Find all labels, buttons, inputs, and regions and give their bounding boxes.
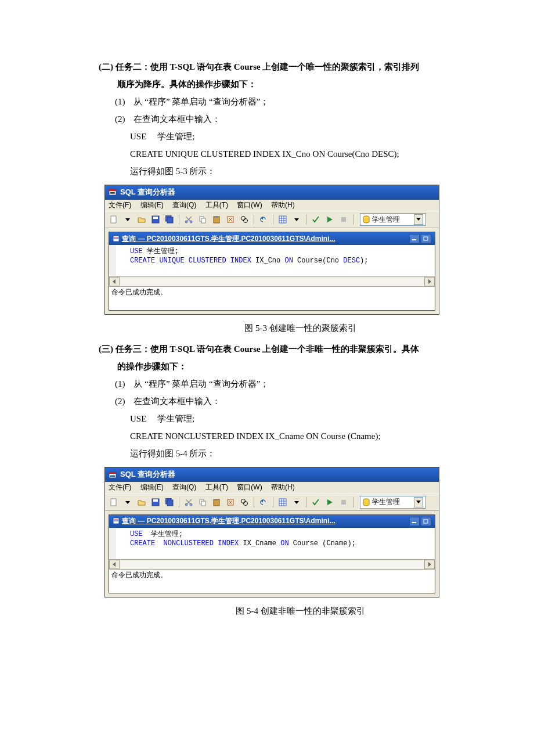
task2-code-line3: 运行得如图 5-3 所示： bbox=[130, 163, 502, 180]
check-icon[interactable] bbox=[309, 213, 322, 226]
svg-rect-13 bbox=[201, 218, 205, 223]
query-window: 查询 — PC2010030611GTS.学生管理.PC2010030611GT… bbox=[109, 232, 435, 311]
grid-icon[interactable] bbox=[276, 496, 289, 509]
new-icon[interactable] bbox=[107, 213, 120, 226]
app-icon bbox=[109, 188, 117, 196]
open-icon[interactable] bbox=[135, 496, 148, 509]
menu-file[interactable]: 文件(F) bbox=[109, 201, 131, 209]
horizontal-scrollbar[interactable] bbox=[109, 276, 435, 286]
svg-rect-15 bbox=[215, 216, 218, 218]
svg-rect-52 bbox=[215, 499, 218, 501]
menubar: 文件(F) 编辑(E) 查询(Q) 工具(T) 窗口(W) 帮助(H) bbox=[105, 482, 439, 494]
menu-file[interactable]: 文件(F) bbox=[109, 483, 131, 491]
copy-icon[interactable] bbox=[196, 213, 209, 226]
new-icon[interactable] bbox=[107, 496, 120, 509]
svg-rect-4 bbox=[111, 216, 116, 223]
save-icon[interactable] bbox=[149, 496, 162, 509]
database-selector[interactable]: 学生管理 bbox=[360, 496, 426, 509]
find-icon[interactable] bbox=[238, 213, 251, 226]
scroll-left-icon[interactable] bbox=[109, 560, 120, 569]
scroll-right-icon[interactable] bbox=[424, 277, 435, 286]
scroll-track[interactable] bbox=[120, 278, 424, 286]
menu-query[interactable]: 查询(Q) bbox=[172, 483, 196, 491]
toolbar-separator bbox=[273, 214, 273, 225]
scroll-right-icon[interactable] bbox=[424, 560, 435, 569]
menu-tools[interactable]: 工具(T) bbox=[205, 483, 228, 491]
figure-caption-5-4: 图 5-4 创建非唯一性的非聚簇索引 bbox=[99, 602, 502, 620]
minimize-button[interactable] bbox=[409, 517, 420, 526]
undo-icon[interactable] bbox=[257, 213, 270, 226]
maximize-button[interactable] bbox=[421, 234, 431, 243]
svg-marker-42 bbox=[125, 501, 130, 504]
menu-window[interactable]: 窗口(W) bbox=[237, 201, 262, 209]
clear-icon[interactable] bbox=[224, 213, 237, 226]
paste-icon[interactable] bbox=[210, 213, 223, 226]
svg-rect-1 bbox=[109, 189, 116, 191]
svg-rect-50 bbox=[201, 501, 205, 506]
sql-editor[interactable]: USE 学生管理; CREATE NONCLUSTERED INDEX IX_C… bbox=[109, 528, 435, 559]
cut-icon[interactable] bbox=[182, 213, 195, 226]
menu-help[interactable]: 帮助(H) bbox=[271, 201, 295, 209]
toolbar-separator bbox=[273, 497, 273, 507]
dropdown-arrow-icon[interactable] bbox=[290, 496, 303, 509]
task3-code-line2: CREATE NONCLUSTERED INDEX IX_Cname ON Co… bbox=[130, 427, 502, 445]
svg-marker-26 bbox=[327, 217, 333, 222]
svg-marker-36 bbox=[428, 279, 431, 284]
scroll-track[interactable] bbox=[120, 560, 424, 568]
menu-edit[interactable]: 编辑(E) bbox=[140, 201, 164, 209]
sql-editor[interactable]: USE 学生管理; CREATE UNIQUE CLUSTERED INDEX … bbox=[109, 245, 435, 276]
svg-rect-38 bbox=[109, 472, 116, 474]
menu-edit[interactable]: 编辑(E) bbox=[140, 483, 164, 491]
svg-point-54 bbox=[241, 499, 246, 503]
execute-icon[interactable] bbox=[323, 213, 336, 226]
menu-query[interactable]: 查询(Q) bbox=[172, 201, 196, 209]
copy-icon[interactable] bbox=[196, 496, 209, 509]
toolbar: 学生管理 bbox=[105, 494, 439, 511]
grid-icon[interactable] bbox=[276, 213, 289, 226]
toolbar-separator bbox=[306, 497, 306, 507]
title-text: SQL 查询分析器 bbox=[120, 470, 175, 480]
svg-rect-57 bbox=[279, 499, 286, 506]
svg-marker-35 bbox=[113, 279, 116, 284]
horizontal-scrollbar[interactable] bbox=[109, 559, 435, 569]
execute-icon[interactable] bbox=[323, 496, 336, 509]
toolbar-separator bbox=[179, 497, 179, 507]
database-selector[interactable]: 学生管理 bbox=[360, 213, 426, 226]
open-icon[interactable] bbox=[135, 213, 148, 226]
menubar: 文件(F) 编辑(E) 查询(Q) 工具(T) 窗口(W) 帮助(H) bbox=[105, 200, 439, 211]
svg-marker-63 bbox=[327, 499, 333, 505]
svg-rect-46 bbox=[167, 500, 173, 506]
stop-icon[interactable] bbox=[337, 496, 350, 509]
task2-code-line2: CREATE UNIQUE CLUSTERED INDEX IX_Cno ON … bbox=[130, 145, 502, 163]
sql-analyzer-window-1: SQL 查询分析器 文件(F) 编辑(E) 查询(Q) 工具(T) 窗口(W) … bbox=[104, 185, 439, 315]
undo-icon[interactable] bbox=[257, 496, 270, 509]
dropdown-arrow-icon[interactable] bbox=[290, 213, 303, 226]
app-icon bbox=[109, 471, 117, 479]
minimize-button[interactable] bbox=[409, 234, 420, 243]
save-all-icon[interactable] bbox=[163, 496, 176, 509]
database-name: 学生管理 bbox=[372, 215, 400, 225]
task2-title-line2: 顺序为降序。具体的操作步骤如下： bbox=[117, 75, 502, 93]
svg-rect-20 bbox=[279, 216, 286, 223]
clear-icon[interactable] bbox=[224, 496, 237, 509]
query-window-title: 查询 — PC2010030611GTS.学生管理.PC2010030611GT… bbox=[122, 235, 335, 243]
result-pane: 命令已成功完成。 bbox=[109, 569, 435, 593]
stop-icon[interactable] bbox=[337, 213, 350, 226]
chevron-down-icon[interactable] bbox=[414, 214, 423, 225]
chevron-down-icon[interactable] bbox=[414, 497, 423, 507]
scroll-left-icon[interactable] bbox=[109, 277, 120, 286]
dropdown-arrow-icon[interactable] bbox=[121, 496, 134, 509]
maximize-button[interactable] bbox=[421, 517, 431, 526]
menu-tools[interactable]: 工具(T) bbox=[205, 201, 228, 209]
cut-icon[interactable] bbox=[182, 496, 195, 509]
save-icon[interactable] bbox=[149, 213, 162, 226]
paste-icon[interactable] bbox=[210, 496, 223, 509]
save-all-icon[interactable] bbox=[163, 213, 176, 226]
check-icon[interactable] bbox=[309, 496, 322, 509]
dropdown-arrow-icon[interactable] bbox=[121, 213, 134, 226]
sql-analyzer-window-2: SQL 查询分析器 文件(F) 编辑(E) 查询(Q) 工具(T) 窗口(W) … bbox=[104, 467, 439, 597]
menu-help[interactable]: 帮助(H) bbox=[271, 483, 295, 491]
menu-window[interactable]: 窗口(W) bbox=[237, 483, 262, 491]
find-icon[interactable] bbox=[238, 496, 251, 509]
query-window: 查询 — PC2010030611GTS.学生管理.PC2010030611GT… bbox=[109, 514, 435, 593]
